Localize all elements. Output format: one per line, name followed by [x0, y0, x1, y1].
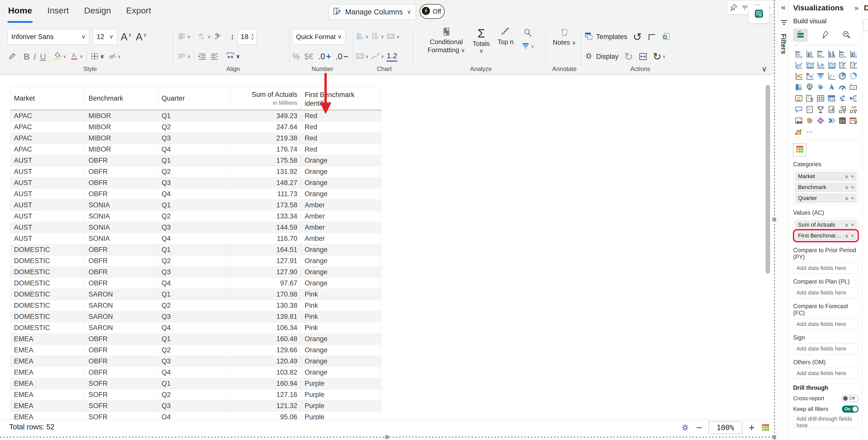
notes-button[interactable]: Notes ∨	[553, 28, 576, 46]
vertical-scrollbar[interactable]	[766, 85, 770, 274]
sparkline-button[interactable]: ∨	[371, 52, 384, 61]
table-row[interactable]: EMEASOFRQ2127.16Purple	[10, 389, 381, 401]
field-dropzone[interactable]: Add data fields here	[793, 318, 859, 330]
table-row[interactable]: APACMIBORQ4176.74Red	[10, 144, 381, 155]
row-height-stepper[interactable]: 18 ∧∨	[238, 29, 257, 45]
table-row[interactable]: EMEAOBFRQ1160.48Orange	[10, 334, 381, 345]
smart-narrative-icon[interactable]	[805, 105, 814, 114]
bold-button[interactable]: B	[24, 52, 30, 62]
ribbon-collapse-button[interactable]: ∨	[762, 64, 767, 73]
filters-pane-title[interactable]: Filters	[779, 34, 787, 54]
underline-button[interactable]: U	[40, 52, 46, 62]
increase-decimal-button[interactable]: .0+	[318, 52, 331, 61]
field-dropzone[interactable]: Add data fields here	[793, 368, 859, 379]
conditional-formatting-button[interactable]: Conditional Formatting ∨	[428, 27, 465, 54]
scatter-chart-icon[interactable]	[827, 71, 836, 80]
settings-gear-button[interactable]	[681, 423, 689, 432]
remove-field-icon[interactable]: ×	[851, 233, 854, 238]
chevron-down-icon[interactable]: ∨	[845, 233, 848, 239]
zoom-level[interactable]: 100%	[709, 421, 742, 434]
data-pane-search-input[interactable]	[863, 19, 868, 31]
percent-format-button[interactable]: %	[292, 52, 300, 61]
currency-format-button[interactable]: $€	[304, 52, 313, 61]
funnel-chart-icon[interactable]	[816, 71, 825, 80]
ribbon-tab-design[interactable]: Design	[84, 0, 112, 23]
azure-map-icon[interactable]	[827, 82, 836, 92]
stacked-area-chart-icon[interactable]	[816, 60, 825, 69]
search-button[interactable]	[524, 28, 532, 37]
more-visuals-icon[interactable]: ⋯	[805, 127, 814, 136]
table-row[interactable]: APACMIBORQ1349.23Red	[10, 110, 381, 122]
display-button[interactable]: Display	[584, 52, 619, 61]
matrix-icon[interactable]	[827, 94, 836, 103]
table-row[interactable]: APACMIBORQ3219.38Red	[10, 133, 381, 144]
table-row[interactable]: EMEAOBFRQ4103.82Orange	[10, 367, 381, 378]
text-slicer-icon[interactable]	[849, 105, 858, 114]
metrics-icon[interactable]	[816, 105, 825, 114]
quick-format-select[interactable]: Quick Format∨	[292, 29, 345, 45]
waterfall-chart-icon[interactable]	[805, 71, 814, 80]
ribbon-tab-export[interactable]: Export	[126, 0, 151, 23]
decomposition-tree-icon[interactable]	[849, 94, 858, 103]
font-color-button[interactable]: A∨	[70, 52, 83, 61]
table-row[interactable]: EMEASOFRQ1160.94Purple	[10, 378, 381, 389]
cell-chart-button[interactable]: ∨	[386, 32, 400, 41]
arcgis-map-icon[interactable]	[805, 116, 814, 125]
field-chip-quarter[interactable]: Quarter∨×	[795, 194, 857, 203]
tab-build-visual[interactable]	[793, 29, 808, 42]
ribbon-chart-icon[interactable]	[794, 71, 803, 80]
map-icon[interactable]	[805, 82, 814, 92]
clustered-column-chart-icon[interactable]	[827, 49, 836, 58]
field-parameters-slicer-icon[interactable]	[838, 94, 847, 103]
column-header-benchmark[interactable]: Benchmark	[85, 87, 158, 110]
totals-button[interactable]: Σ Totals ∨	[472, 27, 490, 54]
variance-chart-button[interactable]: ∨	[371, 32, 384, 41]
keep-all-filters-toggle[interactable]: On	[842, 406, 859, 413]
format-painter-button[interactable]	[8, 52, 16, 61]
slicer-icon[interactable]	[805, 94, 814, 103]
collapse-pane-icon[interactable]: »	[854, 4, 859, 12]
area-chart-icon[interactable]	[805, 60, 814, 69]
font-name-select[interactable]: Inforiver Sans∨	[8, 29, 89, 45]
field-chip-sum-of-actuals[interactable]: Sum of Actuals∨×	[795, 220, 857, 229]
selected-custom-visual[interactable]	[793, 143, 806, 157]
tab-analytics[interactable]	[842, 30, 850, 40]
resize-handle-corner[interactable]	[772, 435, 776, 439]
column-header-quarter[interactable]: Quarter	[158, 87, 230, 110]
paginated-report-icon[interactable]	[827, 105, 836, 114]
chevron-down-icon[interactable]: ∨	[845, 174, 848, 179]
remove-field-icon[interactable]: ×	[851, 195, 854, 201]
table-row[interactable]: DOMESTICSARONQ1170.98Pink	[10, 289, 381, 300]
wrap-text-button[interactable]: abc	[214, 32, 223, 41]
table-row[interactable]: AUSTSONIAQ1173.58Amber	[10, 200, 381, 211]
image-icon[interactable]	[794, 116, 803, 125]
column-width-button[interactable]: ∨	[226, 52, 240, 61]
increase-font-button[interactable]: A∧	[121, 31, 132, 42]
q-and-a-icon[interactable]	[794, 105, 803, 114]
vertical-align-button[interactable]: ∨	[178, 52, 190, 61]
column-header-sum-of-actuals[interactable]: Sum of Actuals in Millions	[230, 87, 301, 110]
table-row[interactable]: EMEAOBFRQ3120.49Orange	[10, 356, 381, 367]
filters-applied-icon[interactable]	[741, 3, 749, 12]
table-row[interactable]: DOMESTICSARONQ2130.38Pink	[10, 300, 381, 311]
field-chip-first-benchmark-identi-[interactable]: First Benchmark identi...∨×	[795, 231, 857, 240]
treemap-icon[interactable]	[794, 82, 803, 92]
field-dropzone[interactable]: Add data fields here	[793, 343, 859, 354]
kpi-icon[interactable]	[794, 94, 803, 103]
tab-format-visual[interactable]	[820, 30, 829, 40]
stacked-bar-chart-icon[interactable]	[794, 49, 803, 58]
remove-field-icon[interactable]: ×	[851, 184, 854, 190]
resize-handle-right[interactable]	[772, 217, 776, 221]
expand-filters-icon[interactable]: «	[778, 3, 789, 12]
table-row[interactable]: EMEASOFRQ495.06Purple	[10, 412, 381, 419]
table-row[interactable]: DOMESTICOBFRQ1164.51Orange	[10, 244, 381, 256]
table-row[interactable]: AUSTSONIAQ4116.70Amber	[10, 233, 381, 244]
calendar-slicer-icon[interactable]	[849, 116, 858, 125]
manage-columns-button[interactable]: Manage Columns ∨	[328, 4, 416, 20]
table-row[interactable]: EMEAOBFRQ2129.66Orange	[10, 345, 381, 356]
table-row[interactable]: DOMESTICOBFRQ497.67Orange	[10, 278, 381, 289]
table-row[interactable]: AUSTOBFRQ1175.58Orange	[10, 155, 381, 166]
filled-area-chart-icon[interactable]	[827, 60, 836, 69]
field-dropzone[interactable]: Add data fields here	[793, 263, 859, 274]
button-slicer-icon[interactable]	[838, 105, 847, 114]
